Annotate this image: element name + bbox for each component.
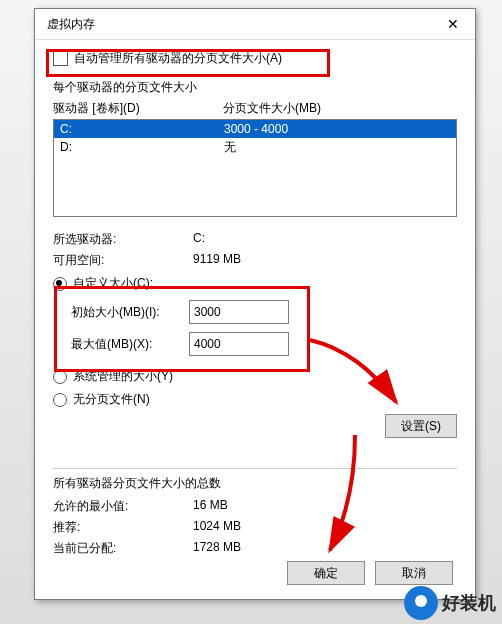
selected-drive-value: C: bbox=[193, 231, 205, 248]
custom-size-radio[interactable] bbox=[53, 277, 67, 291]
free-space-label: 可用空间: bbox=[53, 252, 193, 269]
watermark-text: 好装机 bbox=[442, 591, 496, 615]
column-drive-header: 驱动器 [卷标](D) bbox=[53, 100, 223, 117]
totals-title: 所有驱动器分页文件大小的总数 bbox=[53, 475, 457, 492]
max-size-input[interactable] bbox=[189, 332, 289, 356]
current-alloc-value: 1728 MB bbox=[193, 540, 241, 557]
recommended-value: 1024 MB bbox=[193, 519, 241, 536]
close-icon[interactable]: ✕ bbox=[439, 13, 467, 35]
min-allowed-value: 16 MB bbox=[193, 498, 228, 515]
drive-list[interactable]: C: 3000 - 4000 D: 无 bbox=[53, 119, 457, 217]
drive-row-d[interactable]: D: 无 bbox=[54, 138, 456, 156]
column-size-header: 分页文件大小(MB) bbox=[223, 100, 321, 117]
custom-size-label: 自定义大小(C): bbox=[73, 275, 153, 292]
initial-size-label: 初始大小(MB)(I): bbox=[71, 304, 179, 321]
set-button[interactable]: 设置(S) bbox=[385, 414, 457, 438]
titlebar: 虚拟内存 ✕ bbox=[35, 9, 475, 40]
initial-size-input[interactable] bbox=[189, 300, 289, 324]
max-size-label: 最大值(MB)(X): bbox=[71, 336, 179, 353]
no-paging-label: 无分页文件(N) bbox=[73, 391, 150, 408]
min-allowed-label: 允许的最小值: bbox=[53, 498, 193, 515]
per-drive-section-label: 每个驱动器的分页文件大小 bbox=[53, 79, 457, 96]
ok-button[interactable]: 确定 bbox=[287, 561, 365, 585]
system-managed-label: 系统管理的大小(Y) bbox=[73, 368, 173, 385]
totals-section: 所有驱动器分页文件大小的总数 允许的最小值:16 MB 推荐:1024 MB 当… bbox=[53, 468, 457, 557]
free-space-value: 9119 MB bbox=[193, 252, 241, 269]
current-alloc-label: 当前已分配: bbox=[53, 540, 193, 557]
no-paging-radio[interactable] bbox=[53, 393, 67, 407]
selected-drive-label: 所选驱动器: bbox=[53, 231, 193, 248]
virtual-memory-dialog: 虚拟内存 ✕ 自动管理所有驱动器的分页文件大小(A) 每个驱动器的分页文件大小 … bbox=[34, 8, 476, 600]
watermark-icon bbox=[404, 586, 438, 620]
drive-row-c[interactable]: C: 3000 - 4000 bbox=[54, 120, 456, 138]
watermark: 好装机 bbox=[404, 586, 496, 620]
auto-manage-label: 自动管理所有驱动器的分页文件大小(A) bbox=[74, 50, 282, 67]
cancel-button[interactable]: 取消 bbox=[375, 561, 453, 585]
auto-manage-checkbox[interactable] bbox=[53, 51, 68, 66]
recommended-label: 推荐: bbox=[53, 519, 193, 536]
dialog-title: 虚拟内存 bbox=[47, 16, 95, 33]
system-managed-radio[interactable] bbox=[53, 370, 67, 384]
